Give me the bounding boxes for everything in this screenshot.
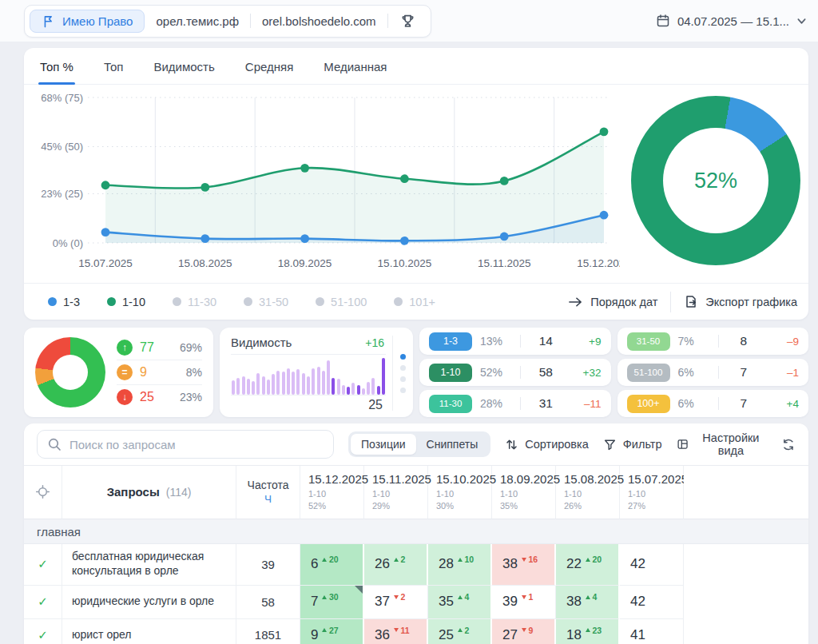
row-checkbox[interactable]: ✓ bbox=[24, 586, 62, 619]
project-tab-active[interactable]: Имею Право bbox=[30, 10, 145, 33]
search-input[interactable] bbox=[69, 438, 324, 451]
position-summary-grid: 1-313%14+91-1052%58+3211-3028%31–1131-50… bbox=[419, 328, 808, 417]
row-checkbox[interactable]: ✓ bbox=[24, 544, 62, 586]
positions-snippets-toggle: ПозицииСниппеты bbox=[348, 431, 490, 457]
date-order-button[interactable]: Порядок дат bbox=[568, 296, 657, 308]
position-card-100+[interactable]: 100+6%7+4 bbox=[617, 390, 809, 417]
toggle-позиции[interactable]: Позиции bbox=[351, 434, 416, 455]
svg-text:15.08.2025: 15.08.2025 bbox=[178, 257, 232, 269]
svg-text:0% (0): 0% (0) bbox=[53, 237, 83, 249]
tab-медианная[interactable]: Медианная bbox=[322, 48, 388, 84]
legend-item-1-10[interactable]: 1-10 bbox=[107, 296, 145, 308]
position-value-cell: 3816 bbox=[492, 544, 556, 586]
query-cell[interactable]: бесплатная юридическая консультация в ор… bbox=[62, 544, 236, 586]
sort-icon bbox=[505, 438, 518, 451]
changes-percent: 69% bbox=[180, 341, 202, 354]
visibility-bar bbox=[342, 385, 345, 395]
visibility-bar bbox=[296, 369, 300, 395]
visibility-bar bbox=[262, 376, 265, 395]
pager-dot[interactable] bbox=[400, 354, 406, 360]
row-checkbox[interactable]: ✓ bbox=[24, 619, 62, 644]
donut-center-label: 52% bbox=[631, 96, 800, 265]
row-filler bbox=[684, 586, 808, 619]
calendar-icon bbox=[656, 14, 670, 28]
divider bbox=[718, 397, 719, 410]
position-value-cell: 2220 bbox=[556, 544, 620, 586]
chart-card: Топ %ТопВидимостьСредняяМедианная 0% (0)… bbox=[24, 48, 808, 320]
view-settings-button[interactable]: Настройки вида bbox=[677, 431, 768, 457]
tab-топ[interactable]: Топ bbox=[102, 48, 125, 84]
position-value-cell: 41 bbox=[620, 619, 684, 644]
chevron-down-icon bbox=[796, 16, 807, 26]
position-value-cell: 279 bbox=[492, 619, 556, 644]
position-value-cell: 384 bbox=[556, 586, 620, 619]
tab-видимость[interactable]: Видимость bbox=[152, 48, 216, 84]
date-range-picker[interactable]: 04.07.2025 — 15.1... bbox=[656, 14, 807, 28]
frequency-type[interactable]: Ч bbox=[264, 493, 272, 505]
tab-топ-[interactable]: Топ % bbox=[38, 48, 75, 84]
position-card-31-50[interactable]: 31-507%8–9 bbox=[617, 328, 809, 355]
legend-item-101+[interactable]: 101+ bbox=[394, 296, 435, 308]
svg-text:15.07.2025: 15.07.2025 bbox=[78, 257, 133, 269]
competitor-tab-1[interactable]: орел.темис.рф bbox=[156, 14, 239, 28]
visibility-bar bbox=[357, 385, 360, 395]
export-chart-button[interactable]: Экспорт графика bbox=[684, 294, 797, 309]
filter-button[interactable]: Фильтр bbox=[603, 438, 662, 451]
position-value-cell: 927 bbox=[300, 619, 364, 644]
changes-count: 9 bbox=[140, 365, 167, 380]
changes-row-same: =98% bbox=[117, 360, 202, 384]
range-count: 58 bbox=[529, 365, 563, 380]
date-column-header-15.07.2025[interactable]: 15.07.20251-1027% bbox=[620, 466, 684, 519]
position-card-1-3[interactable]: 1-313%14+9 bbox=[419, 328, 611, 355]
toggle-сниппеты[interactable]: Сниппеты bbox=[416, 434, 489, 455]
date-column-header-15.08.2025[interactable]: 15.08.20251-1026% bbox=[556, 466, 620, 519]
pager-dot[interactable] bbox=[400, 388, 406, 393]
group-row[interactable]: главная bbox=[24, 519, 808, 544]
changes-donut-chart bbox=[35, 337, 105, 407]
date-column-header-15.10.2025[interactable]: 15.10.20251-1030% bbox=[428, 466, 492, 519]
pager-dot[interactable] bbox=[400, 376, 406, 382]
divider bbox=[670, 292, 671, 312]
arrow-right-icon bbox=[568, 296, 583, 308]
position-card-1-10[interactable]: 1-1052%58+32 bbox=[419, 359, 611, 386]
sort-button[interactable]: Сортировка bbox=[505, 438, 589, 451]
visibility-bar bbox=[327, 360, 330, 395]
date-column-header-15.12.2025[interactable]: 15.12.20251-1052% bbox=[300, 466, 364, 519]
select-all-header[interactable] bbox=[24, 466, 62, 519]
header-filler bbox=[684, 466, 808, 519]
legend-item-31-50[interactable]: 31-50 bbox=[244, 296, 288, 308]
position-card-11-30[interactable]: 11-3028%31–11 bbox=[419, 390, 611, 417]
visibility-bar bbox=[351, 383, 355, 395]
legend-item-11-30[interactable]: 11-30 bbox=[173, 296, 216, 308]
range-badge: 100+ bbox=[627, 395, 670, 413]
position-value-cell: 1823 bbox=[556, 619, 620, 644]
refresh-icon[interactable] bbox=[781, 436, 796, 453]
table-layout-icon bbox=[677, 437, 689, 451]
changes-row-up: ↑7769% bbox=[117, 336, 202, 360]
visibility-bar bbox=[337, 379, 340, 395]
position-value-cell: 2810 bbox=[428, 544, 492, 586]
visibility-bar bbox=[371, 378, 375, 395]
svg-text:18.09.2025: 18.09.2025 bbox=[278, 257, 332, 269]
position-value-cell: 42 bbox=[620, 586, 684, 619]
query-cell[interactable]: юрист орел bbox=[62, 619, 236, 644]
tab-средняя[interactable]: Средняя bbox=[244, 48, 295, 84]
position-card-51-100[interactable]: 51-1006%7–1 bbox=[617, 359, 809, 386]
visibility-title: Видимость bbox=[231, 336, 292, 349]
range-percent: 7% bbox=[678, 335, 710, 348]
date-range-label: 04.07.2025 — 15.1... bbox=[677, 14, 789, 28]
changes-count: 25 bbox=[140, 390, 167, 404]
query-cell[interactable]: юридические услуги в орле bbox=[62, 586, 236, 619]
legend-item-1-3[interactable]: 1-3 bbox=[48, 296, 80, 308]
date-column-header-15.11.2025[interactable]: 15.11.20251-1029% bbox=[364, 466, 428, 519]
range-delta: –9 bbox=[768, 336, 799, 348]
trophy-icon[interactable] bbox=[399, 13, 416, 30]
pager-dot[interactable] bbox=[400, 365, 406, 371]
date-column-header-18.09.2025[interactable]: 18.09.20251-1035% bbox=[492, 466, 556, 519]
competitor-tab-2[interactable]: orel.bolshoedelo.com bbox=[262, 14, 376, 28]
visibility-bar bbox=[312, 368, 315, 395]
legend-item-51-100[interactable]: 51-100 bbox=[316, 296, 367, 308]
row-filler bbox=[684, 544, 808, 586]
table-toolbar: ПозицииСниппеты Сортировка Фильтр Настро… bbox=[24, 423, 808, 465]
divider bbox=[520, 397, 521, 410]
